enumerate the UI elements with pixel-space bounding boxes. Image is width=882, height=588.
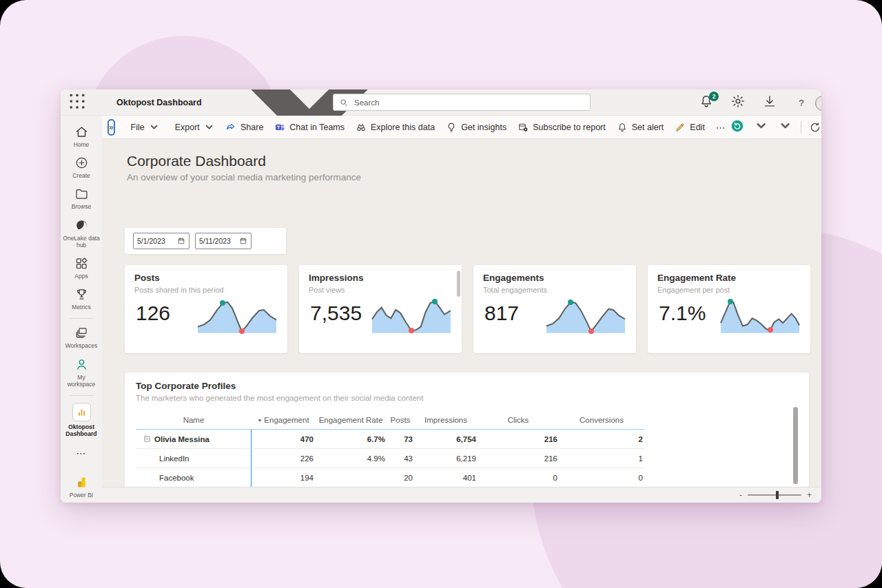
table-cell[interactable]: 216 [478, 430, 559, 449]
kpi-card-impressions[interactable]: Impressions Post views 7,535 [299, 265, 462, 353]
create-icon [74, 156, 89, 170]
refresh-button[interactable] [809, 121, 821, 134]
table-cell[interactable]: 43 [387, 449, 414, 468]
kpi-card-engagements[interactable]: Engagements Total engagements 817 [473, 265, 636, 353]
topbar-notifications-button[interactable]: 2 [699, 95, 714, 110]
date-end-input[interactable]: 5/11/2023 [195, 233, 252, 249]
sidebar-item-my-workspace[interactable]: My workspace [61, 354, 101, 392]
search-box[interactable] [333, 94, 591, 111]
toolbar-set-alert-button[interactable]: Set alert [611, 118, 670, 136]
table-cell[interactable]: 0 [559, 468, 644, 487]
more-options[interactable]: ⋯ [710, 122, 731, 133]
calendar-icon[interactable] [177, 237, 185, 245]
top-profiles-card[interactable]: Top Corporate Profiles The marketers who… [125, 372, 809, 487]
column-header-clicks[interactable]: Clicks [478, 410, 559, 430]
sparkline-min-dot [239, 328, 245, 334]
toolbar-file-button[interactable]: File [121, 118, 165, 136]
table-cell[interactable]: 0 [478, 468, 559, 487]
bookmarks-button[interactable] [752, 119, 768, 135]
column-header-name[interactable]: Name [136, 410, 252, 430]
kpi-card-posts[interactable]: Posts Posts shared in this period 126 [125, 265, 287, 353]
toolbar-edit-button[interactable]: Edit [669, 118, 710, 136]
sidebar-item-oktopost-dashboard[interactable]: Oktopost Dashboard [61, 399, 101, 442]
app-launcher-button[interactable] [67, 92, 88, 113]
date-start-input[interactable]: 5/1/2023 [133, 233, 189, 249]
toolbar-items: FileExportShareChat in TeamsExplore this… [121, 118, 731, 136]
toolbar-get-insights-button[interactable]: Get insights [440, 118, 512, 136]
table-scrollbar[interactable] [793, 407, 798, 484]
sidebar-item-label: Power BI [63, 492, 100, 498]
toolbar-subscribe-to-report-button[interactable]: Subscribe to report [512, 118, 611, 136]
table-cell[interactable]: 226 [252, 449, 315, 468]
toolbar-set-alert-label: Set alert [632, 123, 664, 132]
zoom-control: - + [739, 487, 812, 503]
search-input[interactable] [353, 98, 584, 107]
table-cell[interactable]: 6,754 [414, 430, 478, 449]
kpi-card-scrollbar[interactable] [457, 271, 460, 297]
pencil-icon [675, 122, 686, 133]
collapse-row-icon [144, 436, 150, 442]
zoom-slider-handle[interactable] [776, 491, 779, 499]
topbar-help-button[interactable]: ? [794, 95, 809, 110]
table-cell[interactable]: 20 [387, 468, 414, 487]
table-row-name-facebook[interactable]: Facebook [136, 468, 252, 487]
table-row-name-olivia-messina[interactable]: Olivia Messina [136, 430, 252, 449]
table-cell[interactable]: 2 [559, 430, 644, 449]
table-cell[interactable]: 470 [252, 430, 315, 449]
sidebar-item-apps[interactable]: Apps [61, 253, 101, 284]
reset-default-view-button[interactable] [731, 120, 743, 135]
table-cell[interactable]: 216 [478, 449, 559, 468]
toolbar-explore-this-data-button[interactable]: Explore this data [350, 118, 440, 136]
sidebar-item-label: Apps [63, 273, 100, 280]
toolbar-export-button[interactable]: Export [165, 118, 220, 136]
person-icon [74, 357, 89, 372]
table-cell[interactable]: 4.9% [315, 449, 387, 468]
kpi-subtitle: Posts shared in this period [134, 286, 224, 294]
sidebar-item-metrics[interactable]: Metrics [61, 284, 101, 315]
toolbar-share-button[interactable]: Share [220, 118, 269, 136]
sidebar-more-button[interactable]: ⋯ [76, 442, 87, 464]
date-start-value: 5/1/2023 [137, 237, 174, 245]
toolbar-chat-in-teams-button[interactable]: Chat in Teams [269, 118, 350, 136]
collapse-sidebar-button[interactable]: » [107, 119, 115, 136]
column-header-impressions[interactable]: Impressions [414, 410, 478, 430]
sort-descending-icon: ▼ [257, 418, 262, 423]
topbar-download-button[interactable] [762, 95, 777, 110]
kpi-card-engagement-rate[interactable]: Engagement Rate Engagement per post 7.1% [648, 265, 810, 353]
column-header-engagement-rate[interactable]: Engagement Rate [315, 410, 387, 430]
zoom-out-button[interactable]: - [739, 491, 742, 499]
chevron-down-icon [149, 122, 159, 132]
column-header-conversions[interactable]: Conversions [559, 410, 644, 430]
view-button[interactable] [776, 119, 792, 135]
calendar-icon[interactable] [239, 237, 247, 245]
zoom-slider-track[interactable] [748, 494, 801, 496]
sidebar-item-label: Home [63, 141, 100, 148]
column-header-posts[interactable]: Posts [387, 410, 414, 430]
toolbar-subscribe-to-report-label: Subscribe to report [533, 123, 606, 132]
notification-badge: 2 [709, 92, 719, 101]
table-cell[interactable] [315, 468, 387, 487]
table-cell[interactable]: 401 [414, 468, 478, 487]
table-cell[interactable]: 73 [387, 430, 414, 449]
sidebar-item-home[interactable]: Home [61, 121, 101, 152]
sparkline-min-dot [588, 328, 594, 334]
sidebar-item-browse[interactable]: Browse [61, 183, 101, 214]
column-header-engagement[interactable]: ▼Engagement [252, 410, 315, 430]
table-cell[interactable]: 6.7% [315, 430, 387, 449]
sidebar-item-power-bi[interactable]: Power BI [61, 472, 101, 503]
view-rect-icon [776, 121, 777, 134]
table-cell[interactable]: 194 [252, 468, 315, 487]
app-title-label: Oktopost Dashboard [116, 98, 202, 107]
table-cell[interactable]: 6,219 [414, 449, 478, 468]
avatar[interactable] [815, 96, 821, 111]
sidebar-item-workspaces[interactable]: Workspaces [61, 322, 101, 353]
table-cell[interactable]: 1 [559, 449, 644, 468]
kpi-title: Engagements [483, 273, 544, 283]
zoom-in-button[interactable]: + [807, 491, 812, 499]
topbar-settings-button[interactable] [730, 95, 746, 110]
sidebar-item-onelake-data-hub[interactable]: OneLake data hub [61, 215, 101, 253]
table-row-name-linkedin[interactable]: LinkedIn [136, 449, 252, 468]
sidebar-item-create[interactable]: Create [61, 152, 101, 183]
table-title: Top Corporate Profiles [136, 381, 798, 391]
toolbar-edit-label: Edit [690, 123, 705, 132]
